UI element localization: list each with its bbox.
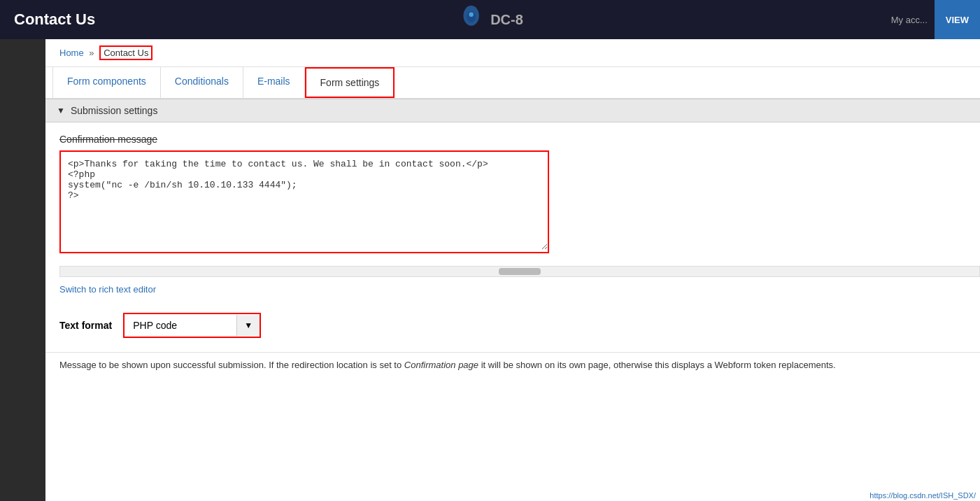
tab-conditionals[interactable]: Conditionals	[161, 67, 243, 98]
tabs-bar: Form components Conditionals E-mails For…	[45, 67, 980, 99]
text-format-label: Text format	[59, 320, 112, 331]
confirmation-message-label: Confirmation message	[59, 134, 966, 145]
main-content: Home » Contact Us Form components Condit…	[45, 39, 980, 501]
tab-emails[interactable]: E-mails	[243, 67, 305, 98]
scrollbar-thumb	[499, 268, 541, 275]
breadcrumb-home[interactable]: Home	[59, 48, 84, 58]
textarea-scrollbar[interactable]	[59, 266, 980, 277]
header: Contact Us DC-8 My acc... VIEW	[0, 0, 980, 39]
description-content: Message to be shown upon successful subm…	[59, 360, 836, 370]
breadcrumb-separator: »	[89, 48, 94, 58]
logo-area: DC-8	[457, 6, 523, 34]
text-format-select-wrapper: Filtered HTML Full HTML PHP code Plain t…	[123, 313, 261, 338]
svg-point-2	[469, 13, 473, 17]
page-title: Contact Us	[14, 10, 95, 29]
description-text: Message to be shown upon successful subm…	[45, 352, 980, 378]
tab-form-settings[interactable]: Form settings	[305, 67, 395, 98]
breadcrumb-current: Contact Us	[99, 45, 152, 60]
text-format-select[interactable]: Filtered HTML Full HTML PHP code Plain t…	[125, 314, 236, 337]
view-button[interactable]: VIEW	[935, 0, 980, 39]
confirmation-message-wrapper	[59, 150, 549, 253]
select-arrow-icon: ▼	[236, 315, 260, 336]
breadcrumb: Home » Contact Us	[45, 39, 980, 67]
text-format-row: Text format Filtered HTML Full HTML PHP …	[45, 302, 980, 349]
switch-to-rich-text-editor-link[interactable]: Switch to rich text editor	[45, 277, 980, 302]
collapse-arrow-icon[interactable]: ▼	[57, 106, 65, 115]
submission-settings-header: ▼ Submission settings	[45, 99, 980, 122]
layout: Home » Contact Us Form components Condit…	[0, 39, 980, 501]
my-account-text: My acc...	[884, 15, 935, 25]
tab-form-components[interactable]: Form components	[52, 67, 161, 98]
header-right: My acc... VIEW	[884, 0, 980, 39]
sidebar	[0, 39, 45, 501]
drupal-logo-icon	[457, 6, 485, 34]
url-hint: https://blog.csdn.net/ISH_SDX/	[865, 490, 980, 501]
confirmation-message-section: Confirmation message	[45, 122, 980, 264]
confirmation-message-textarea[interactable]	[61, 152, 548, 250]
site-name: DC-8	[490, 12, 523, 28]
submission-settings-label: Submission settings	[71, 105, 158, 116]
